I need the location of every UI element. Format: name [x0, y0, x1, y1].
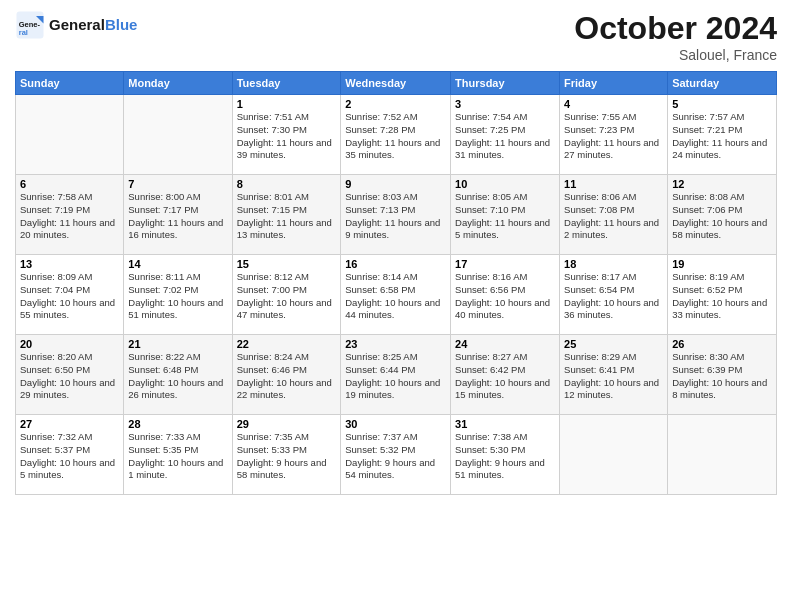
day-info: Sunrise: 7:51 AM Sunset: 7:30 PM Dayligh… — [237, 111, 337, 162]
calendar-cell: 1Sunrise: 7:51 AM Sunset: 7:30 PM Daylig… — [232, 95, 341, 175]
day-number: 15 — [237, 258, 337, 270]
day-number: 16 — [345, 258, 446, 270]
day-number: 2 — [345, 98, 446, 110]
calendar-cell: 21Sunrise: 8:22 AM Sunset: 6:48 PM Dayli… — [124, 335, 232, 415]
day-info: Sunrise: 7:58 AM Sunset: 7:19 PM Dayligh… — [20, 191, 119, 242]
day-number: 8 — [237, 178, 337, 190]
calendar-cell: 29Sunrise: 7:35 AM Sunset: 5:33 PM Dayli… — [232, 415, 341, 495]
day-info: Sunrise: 8:11 AM Sunset: 7:02 PM Dayligh… — [128, 271, 227, 322]
logo-icon: Gene- ral — [15, 10, 45, 40]
day-number: 6 — [20, 178, 119, 190]
calendar-cell: 6Sunrise: 7:58 AM Sunset: 7:19 PM Daylig… — [16, 175, 124, 255]
day-number: 21 — [128, 338, 227, 350]
day-header-wednesday: Wednesday — [341, 72, 451, 95]
calendar-cell: 31Sunrise: 7:38 AM Sunset: 5:30 PM Dayli… — [451, 415, 560, 495]
day-number: 12 — [672, 178, 772, 190]
day-number: 23 — [345, 338, 446, 350]
calendar-cell: 27Sunrise: 7:32 AM Sunset: 5:37 PM Dayli… — [16, 415, 124, 495]
day-info: Sunrise: 8:01 AM Sunset: 7:15 PM Dayligh… — [237, 191, 337, 242]
calendar-cell: 24Sunrise: 8:27 AM Sunset: 6:42 PM Dayli… — [451, 335, 560, 415]
calendar-cell: 9Sunrise: 8:03 AM Sunset: 7:13 PM Daylig… — [341, 175, 451, 255]
day-header-friday: Friday — [560, 72, 668, 95]
day-info: Sunrise: 8:14 AM Sunset: 6:58 PM Dayligh… — [345, 271, 446, 322]
calendar: SundayMondayTuesdayWednesdayThursdayFrid… — [15, 71, 777, 495]
day-number: 24 — [455, 338, 555, 350]
day-info: Sunrise: 7:54 AM Sunset: 7:25 PM Dayligh… — [455, 111, 555, 162]
day-number: 3 — [455, 98, 555, 110]
day-info: Sunrise: 8:06 AM Sunset: 7:08 PM Dayligh… — [564, 191, 663, 242]
day-info: Sunrise: 8:20 AM Sunset: 6:50 PM Dayligh… — [20, 351, 119, 402]
day-header-sunday: Sunday — [16, 72, 124, 95]
title-block: October 2024 Salouel, France — [574, 10, 777, 63]
location: Salouel, France — [574, 47, 777, 63]
logo-general: General — [49, 16, 105, 33]
calendar-cell: 25Sunrise: 8:29 AM Sunset: 6:41 PM Dayli… — [560, 335, 668, 415]
day-info: Sunrise: 7:55 AM Sunset: 7:23 PM Dayligh… — [564, 111, 663, 162]
calendar-cell: 5Sunrise: 7:57 AM Sunset: 7:21 PM Daylig… — [668, 95, 777, 175]
header-row: SundayMondayTuesdayWednesdayThursdayFrid… — [16, 72, 777, 95]
day-number: 25 — [564, 338, 663, 350]
day-info: Sunrise: 7:32 AM Sunset: 5:37 PM Dayligh… — [20, 431, 119, 482]
day-number: 29 — [237, 418, 337, 430]
day-info: Sunrise: 7:52 AM Sunset: 7:28 PM Dayligh… — [345, 111, 446, 162]
day-info: Sunrise: 8:00 AM Sunset: 7:17 PM Dayligh… — [128, 191, 227, 242]
day-info: Sunrise: 8:08 AM Sunset: 7:06 PM Dayligh… — [672, 191, 772, 242]
day-number: 14 — [128, 258, 227, 270]
calendar-cell: 16Sunrise: 8:14 AM Sunset: 6:58 PM Dayli… — [341, 255, 451, 335]
calendar-cell: 11Sunrise: 8:06 AM Sunset: 7:08 PM Dayli… — [560, 175, 668, 255]
calendar-cell: 23Sunrise: 8:25 AM Sunset: 6:44 PM Dayli… — [341, 335, 451, 415]
day-header-thursday: Thursday — [451, 72, 560, 95]
calendar-cell — [124, 95, 232, 175]
week-row-4: 20Sunrise: 8:20 AM Sunset: 6:50 PM Dayli… — [16, 335, 777, 415]
day-number: 1 — [237, 98, 337, 110]
day-number: 26 — [672, 338, 772, 350]
calendar-cell: 28Sunrise: 7:33 AM Sunset: 5:35 PM Dayli… — [124, 415, 232, 495]
calendar-cell: 8Sunrise: 8:01 AM Sunset: 7:15 PM Daylig… — [232, 175, 341, 255]
header: Gene- ral GeneralBlue October 2024 Salou… — [15, 10, 777, 63]
week-row-3: 13Sunrise: 8:09 AM Sunset: 7:04 PM Dayli… — [16, 255, 777, 335]
day-info: Sunrise: 8:12 AM Sunset: 7:00 PM Dayligh… — [237, 271, 337, 322]
calendar-cell — [668, 415, 777, 495]
week-row-2: 6Sunrise: 7:58 AM Sunset: 7:19 PM Daylig… — [16, 175, 777, 255]
calendar-cell: 19Sunrise: 8:19 AM Sunset: 6:52 PM Dayli… — [668, 255, 777, 335]
day-header-tuesday: Tuesday — [232, 72, 341, 95]
day-number: 10 — [455, 178, 555, 190]
calendar-cell — [16, 95, 124, 175]
day-number: 4 — [564, 98, 663, 110]
day-info: Sunrise: 8:05 AM Sunset: 7:10 PM Dayligh… — [455, 191, 555, 242]
logo: Gene- ral GeneralBlue — [15, 10, 137, 40]
day-info: Sunrise: 8:09 AM Sunset: 7:04 PM Dayligh… — [20, 271, 119, 322]
calendar-cell: 14Sunrise: 8:11 AM Sunset: 7:02 PM Dayli… — [124, 255, 232, 335]
day-number: 31 — [455, 418, 555, 430]
day-number: 18 — [564, 258, 663, 270]
day-number: 11 — [564, 178, 663, 190]
day-number: 30 — [345, 418, 446, 430]
day-number: 22 — [237, 338, 337, 350]
day-number: 27 — [20, 418, 119, 430]
calendar-cell: 26Sunrise: 8:30 AM Sunset: 6:39 PM Dayli… — [668, 335, 777, 415]
calendar-cell: 12Sunrise: 8:08 AM Sunset: 7:06 PM Dayli… — [668, 175, 777, 255]
calendar-cell: 30Sunrise: 7:37 AM Sunset: 5:32 PM Dayli… — [341, 415, 451, 495]
day-header-monday: Monday — [124, 72, 232, 95]
page: Gene- ral GeneralBlue October 2024 Salou… — [0, 0, 792, 612]
day-info: Sunrise: 8:17 AM Sunset: 6:54 PM Dayligh… — [564, 271, 663, 322]
calendar-cell: 4Sunrise: 7:55 AM Sunset: 7:23 PM Daylig… — [560, 95, 668, 175]
svg-text:ral: ral — [19, 28, 28, 37]
day-info: Sunrise: 8:19 AM Sunset: 6:52 PM Dayligh… — [672, 271, 772, 322]
calendar-cell: 17Sunrise: 8:16 AM Sunset: 6:56 PM Dayli… — [451, 255, 560, 335]
day-number: 28 — [128, 418, 227, 430]
day-info: Sunrise: 8:25 AM Sunset: 6:44 PM Dayligh… — [345, 351, 446, 402]
calendar-cell: 10Sunrise: 8:05 AM Sunset: 7:10 PM Dayli… — [451, 175, 560, 255]
calendar-cell: 18Sunrise: 8:17 AM Sunset: 6:54 PM Dayli… — [560, 255, 668, 335]
day-info: Sunrise: 8:30 AM Sunset: 6:39 PM Dayligh… — [672, 351, 772, 402]
day-header-saturday: Saturday — [668, 72, 777, 95]
day-info: Sunrise: 7:37 AM Sunset: 5:32 PM Dayligh… — [345, 431, 446, 482]
day-info: Sunrise: 7:35 AM Sunset: 5:33 PM Dayligh… — [237, 431, 337, 482]
day-number: 9 — [345, 178, 446, 190]
calendar-cell: 15Sunrise: 8:12 AM Sunset: 7:00 PM Dayli… — [232, 255, 341, 335]
day-number: 7 — [128, 178, 227, 190]
day-info: Sunrise: 7:57 AM Sunset: 7:21 PM Dayligh… — [672, 111, 772, 162]
calendar-cell: 2Sunrise: 7:52 AM Sunset: 7:28 PM Daylig… — [341, 95, 451, 175]
day-info: Sunrise: 8:24 AM Sunset: 6:46 PM Dayligh… — [237, 351, 337, 402]
day-info: Sunrise: 8:03 AM Sunset: 7:13 PM Dayligh… — [345, 191, 446, 242]
